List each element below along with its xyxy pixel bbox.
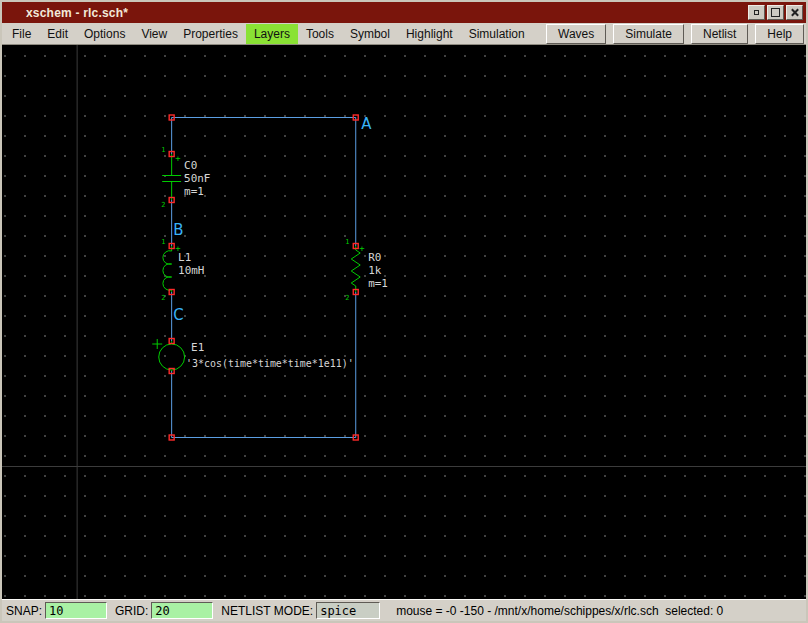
snap-label: SNAP: xyxy=(6,604,42,618)
statusbar: SNAP: GRID: NETLIST MODE: mouse = -0 -15… xyxy=(2,599,806,621)
grid-input[interactable] xyxy=(151,602,213,619)
inductor-value[interactable]: 10mH xyxy=(178,264,204,277)
xschem-window: xschem - rlc.sch* File Edit Options View… xyxy=(0,0,808,623)
menu-item-file[interactable]: File xyxy=(4,24,39,44)
menu-item-tools[interactable]: Tools xyxy=(298,24,342,44)
schematic-drawing: C0 50nF m=1 L1 10mH R0 1k m=1 E1 '3*cos(… xyxy=(2,45,806,599)
net-label-b[interactable]: B xyxy=(173,221,183,239)
ind-plus-mark: + xyxy=(175,244,181,254)
capacitor-mult[interactable]: m=1 xyxy=(184,185,204,198)
window-title: xschem - rlc.sch* xyxy=(26,6,128,20)
waves-button[interactable]: Waves xyxy=(546,24,606,44)
menu-item-simulation[interactable]: Simulation xyxy=(461,24,533,44)
netlist-button[interactable]: Netlist xyxy=(691,24,748,44)
cap-pin2-number: 2 xyxy=(161,201,165,209)
source-ref[interactable]: E1 xyxy=(191,341,204,354)
res-plus-mark: + xyxy=(359,244,365,254)
polarity-marks: + + + xyxy=(175,154,365,254)
netlist-mode-input[interactable] xyxy=(316,602,380,619)
close-icon xyxy=(790,8,799,17)
net-label-c[interactable]: C xyxy=(173,306,183,324)
menu-item-options[interactable]: Options xyxy=(76,24,133,44)
pin-markers xyxy=(169,115,358,440)
resistor-ref[interactable]: R0 xyxy=(368,251,381,264)
ind-pin1-number: 1 xyxy=(161,238,165,246)
minimize-button[interactable] xyxy=(748,5,765,20)
wires[interactable] xyxy=(172,118,356,438)
window-titlebar[interactable]: xschem - rlc.sch* xyxy=(2,2,806,23)
menu-item-view[interactable]: View xyxy=(133,24,175,44)
component-labels: C0 50nF m=1 L1 10mH R0 1k m=1 E1 '3*cos(… xyxy=(178,159,388,369)
resistor-mult[interactable]: m=1 xyxy=(368,277,388,290)
axis-lines xyxy=(2,45,806,599)
cap-plus-mark: + xyxy=(175,154,181,164)
status-text: mouse = -0 -150 - /mnt/x/home/schippes/x… xyxy=(396,604,723,618)
cap-pin1-number: 1 xyxy=(161,146,165,154)
source-value[interactable]: '3*cos(time*time*time*1e11)' xyxy=(186,358,354,369)
res-pin1-number: 1 xyxy=(345,238,349,246)
help-button[interactable]: Help xyxy=(755,24,804,44)
grid-label: GRID: xyxy=(115,604,148,618)
capacitor-ref[interactable]: C0 xyxy=(184,159,197,172)
inductor-symbol[interactable] xyxy=(163,246,172,292)
ind-pin2-number: 2 xyxy=(161,294,165,302)
maximize-icon xyxy=(771,8,780,17)
net-labels: A B C xyxy=(173,115,372,324)
voltage-source-symbol[interactable] xyxy=(152,339,184,371)
menu-item-properties[interactable]: Properties xyxy=(175,24,246,44)
menu-item-symbol[interactable]: Symbol xyxy=(342,24,398,44)
window-controls xyxy=(748,5,803,20)
menu-item-layers[interactable]: Layers xyxy=(246,24,298,44)
res-pin2-number: 2 xyxy=(345,294,349,302)
resistor-value[interactable]: 1k xyxy=(368,264,382,277)
close-button[interactable] xyxy=(786,5,803,20)
schematic-canvas[interactable]: C0 50nF m=1 L1 10mH R0 1k m=1 E1 '3*cos(… xyxy=(2,45,806,599)
netlist-mode-label: NETLIST MODE: xyxy=(221,604,313,618)
minimize-icon xyxy=(754,10,759,15)
net-label-a[interactable]: A xyxy=(361,115,372,133)
snap-input[interactable] xyxy=(45,602,107,619)
menu-item-edit[interactable]: Edit xyxy=(39,24,76,44)
simulate-button[interactable]: Simulate xyxy=(613,24,684,44)
menubar: File Edit Options View Properties Layers… xyxy=(2,23,806,45)
maximize-button[interactable] xyxy=(767,5,784,20)
menu-item-highlight[interactable]: Highlight xyxy=(398,24,461,44)
capacitor-value[interactable]: 50nF xyxy=(184,172,210,185)
